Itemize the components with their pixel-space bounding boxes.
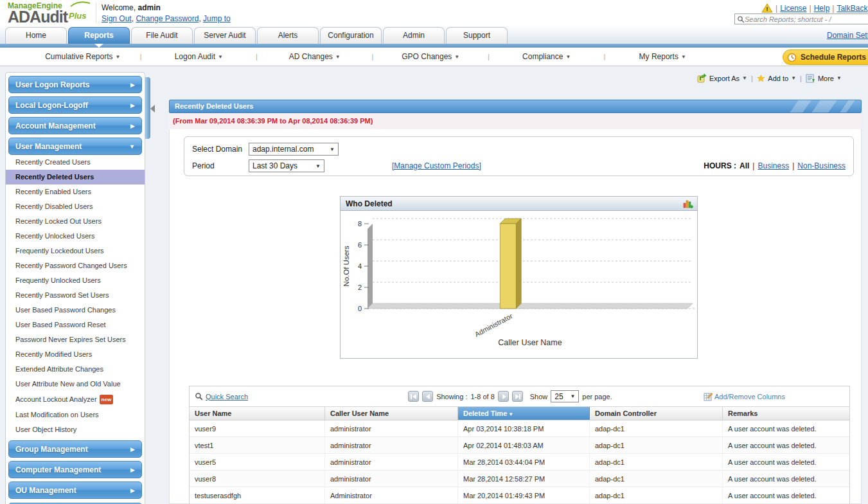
tab-home[interactable]: Home: [5, 27, 67, 44]
tab-support[interactable]: Support: [446, 27, 508, 44]
first-page-button[interactable]: [408, 391, 419, 402]
top-links: ! |License|Help|TalkBack: [761, 3, 867, 13]
period-select[interactable]: Last 30 Days▼: [249, 159, 324, 172]
top-link-talkback[interactable]: TalkBack: [837, 4, 867, 13]
sidebar-item-user-object-history[interactable]: User Object History: [6, 422, 145, 437]
subnav-item-label: My Reports: [639, 52, 678, 61]
sidebar-section-group-management[interactable]: Group Management▶: [8, 440, 142, 458]
sidebar-item-frequently-unlocked-users[interactable]: Frequently Unlocked Users: [6, 273, 145, 288]
hours-option-business[interactable]: Business: [757, 161, 789, 170]
tab-configuration[interactable]: Configuration: [320, 27, 382, 44]
sidebar-item-password-never-expires-set-users[interactable]: Password Never Expires Set Users: [6, 332, 145, 347]
sidebar-item-user-based-password-changes[interactable]: User Based Password Changes: [6, 303, 145, 318]
chart-type-icon[interactable]: [683, 199, 693, 209]
search-icon: [737, 15, 745, 23]
domain-select[interactable]: adap.internal.com▼: [249, 143, 339, 156]
top-link-license[interactable]: License: [780, 4, 806, 13]
table-row[interactable]: testuserasdfghAdministratorMar 20,2014 0…: [190, 487, 849, 504]
schedule-reports-button[interactable]: Schedule Reports: [783, 50, 868, 65]
table-body: vuser9administratorApr 03,2014 10:38:18 …: [190, 420, 849, 504]
sidebar-section-local-logon-logoff[interactable]: Local Logon-Logoff▶: [8, 96, 142, 114]
subnav-item-gpo-changes[interactable]: GPO Changes▼: [373, 52, 488, 61]
subnav-item-compliance[interactable]: Compliance▼: [490, 52, 604, 61]
sidebar-item-recently-created-users[interactable]: Recently Created Users: [6, 155, 145, 170]
sidebar-item-user-attribute-new-and-old-value[interactable]: User Attribute New and Old Value: [6, 377, 145, 392]
hours-option-non-business[interactable]: Non-Business: [797, 161, 846, 170]
subnav-item-my-reports[interactable]: My Reports▼: [605, 52, 720, 61]
sidebar-collapse-icon[interactable]: [150, 105, 155, 113]
column-header-remarks[interactable]: Remarks: [723, 407, 849, 420]
reports-subnav: Cumulative Reports▼|Logon Audit▼|AD Chan…: [0, 48, 868, 66]
session-link-jump-to[interactable]: Jump to: [203, 14, 231, 23]
column-header-domain-controller[interactable]: Domain Controller: [590, 407, 723, 420]
table-row[interactable]: vuser9administratorApr 03,2014 10:38:18 …: [190, 420, 849, 437]
separator: |: [832, 4, 834, 13]
quick-search[interactable]: Quick Search: [195, 392, 317, 401]
warning-icon[interactable]: !: [761, 3, 773, 13]
sidebar-item-extended-attribute-changes[interactable]: Extended Attribute Changes: [6, 362, 145, 377]
hours-option-all[interactable]: All: [740, 161, 749, 170]
table-row[interactable]: vuser8administratorMar 28,2014 12:58:27 …: [190, 471, 849, 487]
sidebar-item-recently-modified-users[interactable]: Recently Modified Users: [6, 347, 145, 362]
more-button[interactable]: More▼: [806, 74, 842, 83]
sidebar-item-frequently-lockedout-users[interactable]: Frequently Lockedout Users: [6, 244, 145, 258]
showing-range: 1-8 of 8: [470, 393, 494, 401]
sidebar-section-computer-management[interactable]: Computer Management▶: [8, 461, 142, 478]
sidebar-item-user-based-password-reset[interactable]: User Based Password Reset: [6, 318, 145, 332]
tab-admin[interactable]: Admin: [383, 27, 445, 44]
table-row[interactable]: vuser5administratorMar 28,2014 03:44:04 …: [190, 454, 849, 471]
sidebar-item-recently-disabled-users[interactable]: Recently Disabled Users: [6, 199, 145, 214]
session-link-sign-out[interactable]: Sign Out: [102, 14, 132, 23]
column-header-deleted-time[interactable]: Deleted Time▼: [458, 407, 590, 420]
table-cell: adap-dc1: [590, 471, 723, 487]
table-cell: administrator: [325, 437, 458, 453]
manage-custom-periods-link[interactable]: [Manage Custom Periods]: [392, 161, 481, 170]
table-cell: Mar 28,2014 12:58:27 PM: [458, 471, 590, 487]
export-as-button[interactable]: Export As▼: [697, 73, 747, 83]
sidebar-section-user-logon-reports[interactable]: User Logon Reports▶: [8, 76, 142, 93]
page-size-select[interactable]: 25▼: [551, 390, 579, 402]
add-to-button[interactable]: ★ Add to▼: [757, 75, 796, 82]
sidebar-item-recently-deleted-users[interactable]: Recently Deleted Users: [6, 170, 145, 184]
next-page-button[interactable]: [498, 391, 509, 402]
sidebar-item-label: Extended Attribute Changes: [15, 365, 103, 373]
sidebar-item-recently-unlocked-users[interactable]: Recently Unlocked Users: [6, 229, 145, 244]
tab-server-audit[interactable]: Server Audit: [194, 27, 256, 44]
sidebar-item-last-modification-on-users[interactable]: Last Modification on Users: [6, 408, 145, 422]
tab-reports[interactable]: Reports: [68, 27, 130, 44]
column-header-user-name[interactable]: User Name: [190, 407, 325, 420]
sidebar-item-label: Recently Deleted Users: [15, 173, 94, 181]
tab-file-audit[interactable]: File Audit: [131, 27, 193, 44]
subnav-item-cumulative-reports[interactable]: Cumulative Reports▼: [26, 52, 140, 61]
table-cell: A user account was deleted.: [723, 420, 849, 437]
sidebar-item-recently-password-changed-users[interactable]: Recently Password Changed Users: [6, 258, 145, 273]
sidebar-item-label: Account Lockout Analyzer: [15, 395, 97, 403]
sidebar-collapse-strip[interactable]: [145, 77, 150, 139]
sidebar-section-account-management[interactable]: Account Management▶: [8, 117, 142, 134]
previous-page-button[interactable]: [422, 391, 433, 402]
table-row[interactable]: vtest1administratorApr 02,2014 01:48:03 …: [190, 437, 849, 454]
last-page-button[interactable]: [512, 391, 523, 402]
period-label: Period: [192, 161, 249, 170]
new-badge: new: [100, 395, 114, 404]
sidebar-section-user-management[interactable]: User Management▼: [8, 138, 142, 155]
sidebar-item-recently-enabled-users[interactable]: Recently Enabled Users: [6, 184, 145, 199]
subnav-item-logon-audit[interactable]: Logon Audit▼: [141, 52, 256, 61]
svg-text:!: !: [766, 6, 768, 12]
sidebar-item-account-lockout-analyzer[interactable]: Account Lockout Analyzernew: [6, 392, 145, 408]
sidebar-item-label: Recently Password Changed Users: [15, 262, 127, 269]
table-cell: Apr 02,2014 01:48:03 AM: [458, 437, 590, 453]
add-remove-columns-button[interactable]: Add/Remove Columns: [704, 392, 785, 401]
tab-alerts[interactable]: Alerts: [257, 27, 319, 44]
search-input[interactable]: [745, 15, 860, 23]
sidebar-section-ou-management[interactable]: OU Management▶: [8, 482, 142, 499]
subnav-item-ad-changes[interactable]: AD Changes▼: [258, 52, 372, 61]
grid-toolbar: Quick Search Showing : 1-8 of 8 Show 25▼…: [190, 386, 849, 406]
top-link-help[interactable]: Help: [814, 4, 830, 13]
domain-settings-link[interactable]: Domain Settings: [827, 31, 868, 40]
session-link-change-password[interactable]: Change Password: [136, 14, 199, 23]
column-header-caller-user-name[interactable]: Caller User Name: [325, 407, 458, 420]
sort-descending-icon: ▼: [508, 411, 513, 417]
sidebar-item-recently-password-set-users[interactable]: Recently Password Set Users: [6, 288, 145, 303]
sidebar-item-recently-locked-out-users[interactable]: Recently Locked Out Users: [6, 214, 145, 229]
